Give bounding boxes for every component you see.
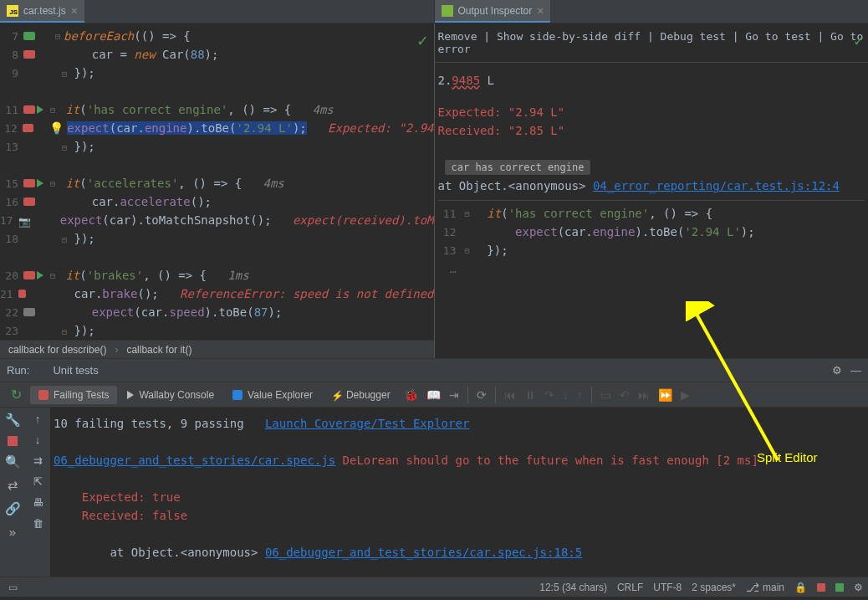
tab-car-test[interactable]: JS car.test.js × [0, 0, 84, 23]
run-test-icon[interactable] [37, 179, 43, 187]
step-over-icon[interactable]: ↷ [541, 388, 558, 402]
coverage-pass-marker [23, 32, 35, 40]
step-back-icon[interactable]: ⏮ [501, 388, 519, 402]
tab-failing-tests[interactable]: Failing Tests [30, 386, 117, 404]
arrow-down-icon[interactable]: ↓ [35, 433, 41, 446]
minimize-icon[interactable]: — [850, 364, 861, 377]
check-icon: ✓ [854, 32, 863, 49]
fold-icon[interactable]: ⊟ [52, 32, 64, 41]
snapshot-icon: 📷 [18, 216, 30, 224]
tab-output-inspector[interactable]: Output Inspector × [435, 0, 551, 23]
coverage-fail-marker [23, 179, 35, 187]
test-badge: car has correct engine [445, 160, 591, 175]
nav-icon[interactable]: ▭ [597, 388, 615, 402]
cursor-position[interactable]: 12:5 (34 chars) [539, 582, 607, 593]
coverage-skip-marker [23, 308, 35, 316]
fold-icon[interactable]: ⊟ [47, 179, 59, 188]
exit-icon[interactable]: ⇥ [446, 388, 462, 402]
encoding[interactable]: UTF-8 [653, 582, 682, 593]
coverage-fail-marker [18, 290, 27, 298]
trash-icon[interactable]: 🗑 [33, 517, 43, 530]
stack-link[interactable]: 06_debugger_and_test_stories/car.spec.js… [265, 546, 582, 559]
coverage-fail-marker [23, 105, 35, 114]
status-bar: ▭ 12:5 (34 chars) CRLF UTF-8 2 spaces* ⎇… [0, 577, 868, 597]
close-icon[interactable]: × [71, 4, 78, 18]
wallaby-icon [36, 366, 46, 376]
gear-icon[interactable]: ⚙ [832, 364, 842, 377]
received-line: Received: false [54, 506, 865, 525]
close-icon[interactable]: × [537, 4, 544, 18]
indent[interactable]: 2 spaces* [692, 582, 736, 593]
tab-wallaby-console[interactable]: Wallaby Console [119, 386, 222, 404]
search-icon[interactable]: 🔍 [5, 454, 21, 469]
launch-coverage-link[interactable]: Launch Coverage/Test Explorer [265, 417, 469, 430]
wallaby-pass-icon[interactable] [835, 583, 844, 592]
expected-line: Expected: "2.94 L" [438, 103, 865, 121]
fold-icon[interactable]: ⊟ [462, 246, 473, 255]
console-output[interactable]: 10 failing tests, 9 passing Launch Cover… [50, 408, 868, 577]
tool-icon[interactable]: 🔧 [5, 413, 21, 428]
bug-icon[interactable]: 🐞 [401, 388, 421, 402]
nav-icon[interactable]: ↶ [616, 388, 633, 402]
coverage-fail-marker [23, 50, 35, 59]
git-branch[interactable]: ⎇main [746, 581, 784, 594]
export-icon[interactable]: ⇱ [33, 475, 43, 488]
check-icon: ✓ [416, 32, 429, 50]
lock-icon[interactable]: 🔒 [794, 582, 807, 593]
run-config-name[interactable]: Unit tests [53, 364, 98, 377]
stop-icon[interactable] [8, 436, 18, 446]
expected-line: Expected: true [54, 488, 865, 506]
breadcrumb[interactable]: callback for describe() › callback for i… [0, 340, 434, 358]
nav-icon[interactable]: ⏩ [655, 388, 676, 402]
breadcrumb-item[interactable]: callback for describe() [8, 344, 106, 356]
rerun-icon[interactable]: ↻ [11, 387, 22, 402]
nav-icon[interactable]: ▶ [677, 388, 693, 402]
pause-icon[interactable]: ⏸ [521, 388, 539, 402]
nav-icon[interactable]: ⏭ [635, 388, 653, 402]
output-inspector[interactable]: ✓ Remove | Show side-by-side diff | Debu… [435, 23, 869, 358]
toggle-icon[interactable]: ⇄ [8, 478, 18, 493]
step-out-icon[interactable]: ↑ [574, 388, 586, 402]
test-summary: 10 failing tests, 9 passing [54, 417, 265, 430]
restart-icon[interactable]: ⟳ [473, 388, 490, 402]
tab-debugger[interactable]: ⚡Debugger [323, 386, 399, 404]
editor-left[interactable]: ✓ 7⊟beforeEach(() => { 8 car = new Car(8… [0, 23, 435, 358]
wrap-icon[interactable]: ⇉ [33, 454, 43, 467]
fold-icon[interactable]: ⊟ [462, 209, 473, 218]
settings-icon[interactable]: ⚙ [854, 582, 863, 593]
run-label: Run: [7, 364, 29, 377]
coverage-fail-marker [23, 124, 33, 132]
wallaby-fail-icon[interactable] [817, 583, 825, 592]
play-icon [127, 391, 134, 399]
run-test-icon[interactable] [37, 105, 43, 114]
tab-label: Output Inspector [458, 5, 533, 17]
arrow-up-icon[interactable]: ↑ [35, 413, 41, 425]
bug-icon: ⚡ [331, 390, 341, 400]
step-into-icon[interactable]: ↓ [559, 388, 572, 402]
js-file-icon: JS [7, 5, 18, 17]
tab-value-explorer[interactable]: Value Explorer [224, 386, 321, 404]
expand-icon[interactable]: » [9, 525, 16, 539]
fold-icon[interactable]: ⊟ [47, 271, 59, 280]
link-icon[interactable]: 🔗 [5, 501, 21, 516]
stack-link[interactable]: 04_error_reporting/car.test.js:12:4 [593, 179, 840, 192]
line-separator[interactable]: CRLF [617, 582, 643, 593]
tab-label: car.test.js [23, 5, 66, 17]
spec-link[interactable]: 06_debugger_and_test_stories/car.spec.js [54, 454, 335, 467]
lightbulb-icon[interactable]: 💡 [49, 121, 64, 135]
received-line: Received: "2.85 L" [438, 121, 865, 140]
book-icon[interactable]: 📖 [423, 388, 444, 402]
wallaby-icon [442, 5, 453, 17]
value-display: 2.9485 L [438, 71, 865, 90]
branch-icon: ⎇ [746, 581, 759, 594]
fold-icon[interactable]: ⊟ [47, 105, 59, 115]
inspector-actions[interactable]: Remove | Show side-by-side diff | Debug … [435, 23, 869, 63]
coverage-fail-marker [23, 197, 35, 206]
breadcrumb-item[interactable]: callback for it() [126, 344, 191, 356]
print-icon[interactable]: 🖶 [33, 496, 43, 509]
fail-icon [38, 390, 49, 400]
run-test-icon[interactable] [37, 271, 43, 279]
stack-line: at Object.<anonymous> 04_error_reporting… [438, 177, 865, 195]
coverage-fail-marker [23, 271, 35, 279]
tool-window-icon[interactable]: ▭ [8, 582, 18, 593]
